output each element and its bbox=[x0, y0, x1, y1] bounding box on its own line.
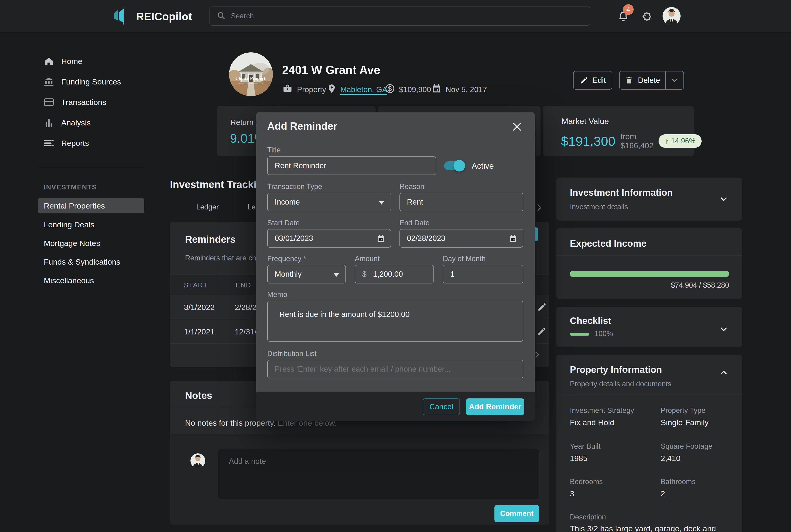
calendar-icon bbox=[431, 83, 442, 96]
tabs-scroll-right-icon[interactable] bbox=[534, 203, 544, 213]
brand-logo-icon bbox=[112, 7, 130, 26]
modal-footer: Cancel Add Reminder bbox=[256, 392, 535, 421]
investment-information-card[interactable]: Investment Information Investment detail… bbox=[557, 177, 742, 221]
sidebar-item-miscellaneous[interactable]: Miscellaneous bbox=[38, 273, 144, 288]
briefcase-icon bbox=[282, 83, 293, 96]
reminders-title: Reminders bbox=[185, 234, 236, 245]
market-value-previous: from $166,402 bbox=[621, 132, 654, 150]
start-date-input[interactable]: 03/01/2023 bbox=[267, 229, 391, 248]
frequency-select[interactable]: Monthly bbox=[267, 265, 346, 283]
title-label: Title bbox=[267, 146, 281, 154]
cancel-button[interactable]: Cancel bbox=[423, 398, 460, 415]
theme-toggle-icon[interactable] bbox=[641, 10, 653, 24]
distribution-list-label: Distribution List bbox=[267, 349, 317, 358]
reason-input[interactable] bbox=[399, 193, 523, 211]
description-value: This 3/2 has large yard, garage, deck an… bbox=[570, 524, 731, 532]
column-end: END bbox=[236, 281, 251, 289]
reason-label: Reason bbox=[399, 183, 425, 191]
sidebar-item-analysis[interactable]: Analysis bbox=[38, 114, 144, 131]
currency-prefix: $ bbox=[362, 270, 366, 279]
modal-body: Add Reminder Title Active Transaction Ty… bbox=[256, 112, 535, 392]
active-toggle-knob[interactable] bbox=[453, 160, 465, 172]
field-label: Investment Strategy bbox=[570, 406, 634, 415]
field-label: Bedrooms bbox=[570, 477, 603, 486]
add-note-input[interactable] bbox=[218, 449, 539, 499]
start-date-label: Start Date bbox=[267, 219, 300, 227]
sidebar-item-rental-properties[interactable]: Rental Properties bbox=[38, 198, 144, 213]
field-label: Year Built bbox=[570, 442, 601, 451]
amount-input[interactable]: $ 1,200.00 bbox=[355, 265, 434, 283]
field-value: 3 bbox=[570, 489, 574, 498]
field-label: Bathrooms bbox=[661, 477, 696, 486]
sidebar-item-reports[interactable]: Reports bbox=[38, 135, 144, 151]
modal-title: Add Reminder bbox=[267, 120, 337, 132]
market-value: $191,300 bbox=[561, 134, 616, 149]
sidebar-divider bbox=[38, 167, 145, 167]
field-value: Fix and Hold bbox=[570, 418, 614, 427]
sidebar-item-home[interactable]: Home bbox=[38, 53, 144, 69]
sidebar-item-transactions[interactable]: Transactions bbox=[38, 94, 144, 110]
add-reminder-submit-button[interactable]: Add Reminder bbox=[466, 398, 524, 415]
edit-button[interactable]: Edit bbox=[573, 71, 612, 90]
expected-income-progress-label: $74,904 / $58,280 bbox=[557, 281, 729, 289]
property-photo: Choice Properti www.choiceproperties.com bbox=[229, 52, 273, 96]
sidebar-item-lending-deals[interactable]: Lending Deals bbox=[38, 217, 144, 232]
add-reminder-modal: Add Reminder Title Active Transaction Ty… bbox=[256, 112, 535, 421]
trash-icon bbox=[625, 76, 634, 85]
expected-income-card: Expected Income $74,904 / $58,280 bbox=[557, 228, 742, 299]
description-label: Description bbox=[570, 513, 606, 521]
search-bar bbox=[209, 6, 590, 25]
location-pin-icon bbox=[326, 83, 337, 96]
chevron-down-icon[interactable] bbox=[719, 324, 729, 335]
edit-row-icon[interactable] bbox=[537, 326, 547, 338]
location-link[interactable]: Mableton, GA bbox=[340, 85, 387, 94]
field-value: 2 bbox=[661, 489, 665, 498]
tab-ledger[interactable]: Ledger bbox=[196, 203, 219, 211]
delete-dropdown-button[interactable] bbox=[666, 72, 683, 89]
market-value-row: $191,300 from $166,402 ↑ 14.96% bbox=[561, 132, 702, 150]
svg-text:www.choiceproperties.com: www.choiceproperties.com bbox=[239, 82, 263, 85]
active-label: Active bbox=[472, 161, 494, 171]
distribution-list-input[interactable] bbox=[267, 360, 523, 378]
close-icon[interactable] bbox=[511, 121, 523, 133]
property-information-card: Property Information Property details an… bbox=[557, 355, 742, 532]
property-location: Mableton, GA bbox=[326, 83, 387, 96]
sidebar-item-funds-syndications[interactable]: Funds & Syndications bbox=[38, 254, 144, 269]
search-input[interactable] bbox=[231, 12, 583, 20]
stat-label: Return o bbox=[230, 118, 260, 127]
sidebar-item-funding-sources[interactable]: Funding Sources bbox=[38, 74, 144, 90]
column-start: START bbox=[184, 281, 208, 289]
section-title-investment-tracking: Investment Tracking bbox=[170, 179, 269, 190]
checklist-progress-bar bbox=[570, 333, 589, 336]
day-of-month-label: Day of Month bbox=[443, 254, 486, 263]
field-label: Square Footage bbox=[661, 442, 712, 451]
calendar-icon[interactable] bbox=[376, 234, 385, 245]
property-type: Property bbox=[282, 83, 326, 96]
frequency-label: Frequency * bbox=[267, 254, 306, 263]
notification-badge: 4 bbox=[623, 4, 634, 15]
memo-textarea[interactable]: Rent is due in the amount of $1200.00 bbox=[267, 301, 523, 342]
memo-label: Memo bbox=[267, 290, 287, 299]
end-date-input[interactable]: 02/28/2023 bbox=[399, 229, 523, 248]
chevron-up-icon[interactable] bbox=[719, 368, 729, 378]
composer-avatar bbox=[190, 453, 205, 468]
market-value-label: Market Value bbox=[562, 117, 609, 126]
title-input[interactable] bbox=[267, 156, 436, 175]
checklist-card[interactable]: Checklist 100% bbox=[557, 307, 742, 347]
sidebar-section-label: INVESTMENTS bbox=[44, 184, 97, 191]
edit-row-icon[interactable] bbox=[537, 302, 547, 313]
search-icon bbox=[216, 11, 226, 21]
day-of-month-input[interactable] bbox=[443, 265, 523, 283]
note-composer: Comment bbox=[170, 434, 549, 525]
pencil-icon bbox=[580, 76, 588, 85]
delete-button[interactable]: Delete bbox=[620, 72, 665, 89]
transaction-type-select[interactable]: Income bbox=[267, 193, 391, 211]
tab-2[interactable]: Le bbox=[247, 203, 256, 211]
calendar-icon[interactable] bbox=[508, 234, 518, 245]
property-price: $109,900 bbox=[384, 83, 431, 96]
sidebar-item-mortgage-notes[interactable]: Mortgage Notes bbox=[38, 235, 144, 251]
chevron-down-icon[interactable] bbox=[719, 194, 729, 205]
dollar-circle-icon bbox=[384, 83, 395, 96]
user-avatar[interactable] bbox=[662, 7, 681, 25]
comment-button[interactable]: Comment bbox=[494, 505, 539, 522]
